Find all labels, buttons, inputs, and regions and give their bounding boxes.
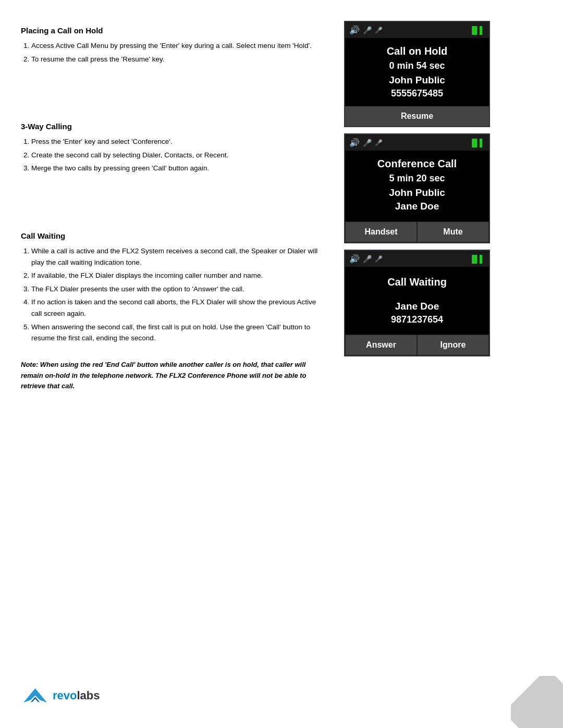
screen2-header: 🔊 🎤 🎤 ▐▌▌: [345, 134, 489, 151]
screen1-name: John Public: [350, 75, 484, 86]
section2-steps: Press the 'Enter' key and select 'Confer…: [21, 136, 328, 174]
speaker-icon2: 🔊: [349, 138, 360, 147]
section2-heading: 3-Way Calling: [21, 122, 328, 131]
mic-icon5: 🎤: [363, 255, 372, 263]
section3-steps: While a call is active and the FLX2 Syst…: [21, 245, 328, 344]
screen1-title: Call on Hold: [350, 45, 484, 57]
mic-icon4: 🎤: [375, 139, 383, 146]
screen1-header-icons: 🔊 🎤 🎤: [349, 25, 383, 35]
svg-marker-0: [23, 688, 47, 702]
screen1-phone: 🔊 🎤 🎤 ▐▌▌ Call on Hold 0 min 54 sec John…: [344, 21, 490, 127]
section1-steps: Access Active Call Menu by pressing the …: [21, 40, 328, 65]
screen3-number: 9871237654: [350, 314, 484, 325]
section2-step2: Create the second call by selecting Dial…: [31, 150, 328, 161]
mic-icon3: 🎤: [363, 139, 372, 147]
screen2-name1: John Public: [350, 187, 484, 199]
section2-step1: Press the 'Enter' key and select 'Confer…: [31, 136, 328, 147]
screen2-title: Conference Call: [350, 158, 484, 170]
screen1-signal-icon: ▐▌▌: [469, 26, 485, 35]
section3-step2: If available, the FLX Dialer displays th…: [31, 270, 328, 281]
section3-step1: While a call is active and the FLX2 Syst…: [31, 245, 328, 268]
bottom-note: Note: When using the red 'End Call' butt…: [21, 360, 328, 392]
section1-step1: Access Active Call Menu by pressing the …: [31, 40, 328, 52]
screen3-signal-icon: ▐▌▌: [469, 254, 485, 264]
mic-icon6: 🎤: [375, 255, 383, 263]
section1-step2: To resume the call press the 'Resume' ke…: [31, 54, 328, 65]
screen2-header-icons: 🔊 🎤 🎤: [349, 138, 383, 147]
handset-button[interactable]: Handset: [345, 221, 417, 242]
resume-button[interactable]: Resume: [345, 106, 489, 126]
speaker-icon: 🔊: [349, 25, 360, 35]
screen1-footer: Resume: [345, 106, 489, 126]
screen1-number: 5555675485: [350, 88, 484, 99]
screen2-signal-icon: ▐▌▌: [469, 138, 485, 147]
screen3-header: 🔊 🎤 🎤 ▐▌▌: [345, 251, 489, 267]
screen3-phone: 🔊 🎤 🎤 ▐▌▌ Call Waiting Jane Doe 98712376…: [344, 250, 490, 356]
screen2-body: Conference Call 5 min 20 sec John Public…: [345, 151, 489, 221]
screen2-footer: Handset Mute: [345, 221, 489, 242]
section1-heading: Placing a Call on Hold: [21, 26, 328, 35]
screen2-phone: 🔊 🎤 🎤 ▐▌▌ Conference Call 5 min 20 sec J…: [344, 133, 490, 243]
page-footer: revolabs: [21, 684, 100, 707]
revolabs-logo: revolabs: [21, 684, 100, 707]
screen3-body: Call Waiting Jane Doe 9871237654: [345, 267, 489, 335]
speaker-icon3: 🔊: [349, 254, 360, 264]
mic-icon1: 🎤: [363, 26, 372, 34]
screen1-time: 0 min 54 sec: [350, 60, 484, 71]
screen3-footer: Answer Ignore: [345, 335, 489, 355]
screen2-time: 5 min 20 sec: [350, 173, 484, 184]
section3-step3: The FLX Dialer presents the user with th…: [31, 283, 328, 295]
mic-icon2: 🎤: [375, 27, 383, 34]
screen2-name2: Jane Doe: [350, 201, 484, 212]
screen3-header-icons: 🔊 🎤 🎤: [349, 254, 383, 264]
mute-button[interactable]: Mute: [417, 221, 489, 242]
ignore-button[interactable]: Ignore: [417, 335, 489, 355]
section3-heading: Call Waiting: [21, 231, 328, 240]
screen3-name: Jane Doe: [350, 301, 484, 312]
section3-step5: When answering the second call, the firs…: [31, 322, 328, 344]
section3-step4: If no action is taken and the second cal…: [31, 297, 328, 319]
answer-button[interactable]: Answer: [345, 335, 417, 355]
screen3-title: Call Waiting: [350, 276, 484, 288]
corner-decoration: [511, 676, 563, 728]
revolabs-logo-icon: [21, 684, 50, 707]
section2-step3: Merge the two calls by pressing green 'C…: [31, 163, 328, 174]
logo-text: revolabs: [53, 689, 100, 702]
screen1-header: 🔊 🎤 🎤 ▐▌▌: [345, 22, 489, 38]
screen1-body: Call on Hold 0 min 54 sec John Public 55…: [345, 38, 489, 106]
